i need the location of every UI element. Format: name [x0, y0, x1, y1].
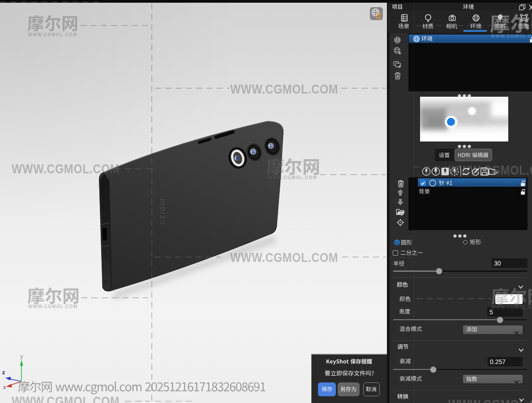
svg-text:y: y [20, 353, 23, 360]
svg-text:z: z [2, 369, 5, 376]
svg-text:x: x [3, 384, 6, 390]
svg-text:meizu: meizu [159, 199, 168, 225]
